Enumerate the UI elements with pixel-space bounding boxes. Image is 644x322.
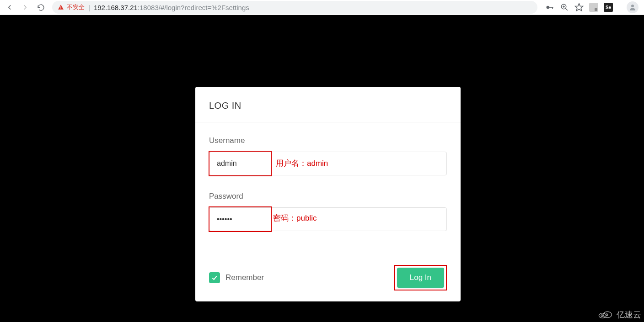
security-warning-text: 不安全 [67, 3, 85, 11]
password-label: Password [209, 192, 447, 201]
svg-point-2 [547, 6, 550, 9]
zoom-icon[interactable] [559, 2, 569, 12]
svg-point-14 [606, 314, 608, 316]
separator: | [88, 4, 90, 11]
remember-checkbox[interactable] [209, 272, 220, 283]
password-key-icon[interactable] [545, 2, 555, 12]
svg-point-13 [601, 315, 603, 317]
toolbar-right-icons: Se [542, 1, 641, 13]
username-block: 用户名：admin [209, 152, 447, 175]
security-warning-icon: 不安全 [58, 3, 85, 11]
address-bar[interactable]: 不安全 | 192.168.37.21:18083/#/login?redire… [52, 1, 537, 14]
back-button[interactable] [3, 0, 16, 14]
svg-point-10 [631, 5, 634, 7]
svg-rect-4 [552, 7, 553, 9]
remember-label: Remember [225, 273, 264, 282]
svg-marker-9 [575, 4, 583, 11]
toolbar-separator [620, 3, 620, 11]
url-text: 192.168.37.21:18083/#/login?redirect=%2F… [94, 4, 249, 11]
password-input[interactable] [209, 207, 447, 231]
login-footer-row: Remember Log In [209, 265, 447, 290]
watermark: 亿速云 [596, 309, 641, 320]
remember-wrap[interactable]: Remember [209, 272, 264, 283]
selenium-extension-icon[interactable]: Se [603, 2, 613, 12]
svg-rect-0 [60, 6, 61, 8]
login-button-wrap: Log In [394, 265, 447, 290]
login-card: LOG IN Username 用户名：admin Password 密码：pu… [195, 87, 461, 301]
extension-grey-icon[interactable] [589, 2, 599, 12]
svg-line-6 [565, 8, 568, 11]
divider [195, 122, 461, 122]
browser-toolbar: 不安全 | 192.168.37.21:18083/#/login?redire… [0, 0, 644, 15]
login-title: LOG IN [209, 100, 447, 122]
svg-rect-1 [60, 8, 61, 9]
page-body: LOG IN Username 用户名：admin Password 密码：pu… [0, 15, 644, 322]
bookmark-star-icon[interactable] [574, 2, 584, 12]
username-input[interactable] [209, 152, 447, 175]
reload-button[interactable] [34, 0, 48, 14]
login-submit-button[interactable]: Log In [397, 268, 444, 288]
username-label: Username [209, 136, 447, 145]
forward-button[interactable] [18, 0, 32, 14]
password-block: 密码：public [209, 207, 447, 231]
profile-avatar-button[interactable] [627, 1, 639, 13]
